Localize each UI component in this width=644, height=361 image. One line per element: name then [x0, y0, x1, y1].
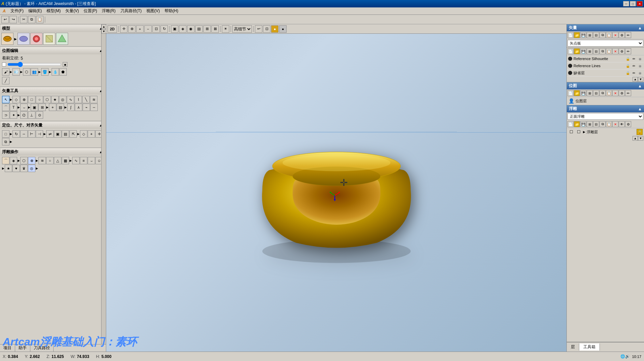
- menu-help[interactable]: 帮助(H): [163, 7, 180, 15]
- pos-rect-tool[interactable]: □: [2, 130, 9, 138]
- rel-new-btn[interactable]: 📄: [567, 121, 574, 127]
- tab-project[interactable]: 项目: [0, 344, 15, 352]
- relief-scroll-down[interactable]: ▼: [638, 136, 643, 141]
- rect-tool[interactable]: □: [28, 96, 35, 103]
- node-tool[interactable]: ◇: [12, 96, 20, 103]
- bm-export-btn[interactable]: ⊟: [593, 90, 599, 96]
- relief-emboss-tool[interactable]: ⬡: [20, 157, 28, 164]
- maximize-button[interactable]: □: [630, 1, 636, 6]
- polygon-select-tool[interactable]: ⬟: [59, 68, 67, 76]
- midpoint-tool[interactable]: ⌬: [20, 111, 28, 119]
- poly-tool[interactable]: ⬡: [43, 96, 51, 103]
- clone-tool[interactable]: 👥: [31, 68, 38, 76]
- pos-scale-tool[interactable]: ⇱: [69, 130, 77, 138]
- rel-checkbox-r[interactable]: ☐: [576, 129, 582, 135]
- rel-export-btn[interactable]: ⊟: [593, 121, 599, 127]
- vp-silver-btn[interactable]: ●: [279, 25, 287, 33]
- silhouette-edit-btn[interactable]: ✏: [631, 56, 637, 61]
- bm-save-btn[interactable]: 💾: [580, 90, 586, 96]
- vec-import-btn[interactable]: ⊞: [587, 32, 593, 38]
- pos-group-tool[interactable]: ▣: [54, 130, 61, 138]
- menu-edit[interactable]: 编辑(E): [26, 7, 44, 15]
- boolean-tool[interactable]: ⊞: [38, 104, 46, 111]
- vec-edit-btn[interactable]: ✏: [625, 32, 631, 38]
- bitmap-right-collapse[interactable]: ▲: [638, 84, 642, 88]
- scroll-up-btn[interactable]: ▲: [101, 24, 106, 29]
- eraser-tool[interactable]: ⬡: [23, 68, 30, 76]
- model-icon-3[interactable]: [30, 33, 42, 45]
- paint-brush-tool[interactable]: 🖌: [2, 68, 9, 76]
- vl-import-btn[interactable]: ⊞: [587, 48, 593, 54]
- line-tool[interactable]: ╱: [2, 77, 9, 84]
- offset-tool[interactable]: ⌖: [49, 104, 56, 111]
- bm-import-btn[interactable]: ⊞: [587, 90, 593, 96]
- vp-rotate-btn[interactable]: ↻: [160, 25, 168, 33]
- minimize-button[interactable]: ─: [623, 1, 629, 6]
- vector-scroll-down[interactable]: ▼: [638, 77, 643, 82]
- vector-type-dropdown[interactable]: 矢点板 其他: [567, 40, 643, 47]
- vector-scroll-up[interactable]: ▲: [633, 77, 638, 82]
- vec-save-btn[interactable]: 💾: [580, 32, 586, 38]
- rel-settings-btn[interactable]: ⚙: [625, 121, 631, 127]
- vl-open-btn[interactable]: 📁: [574, 48, 580, 54]
- vp-ortho-btn[interactable]: ⊞: [203, 25, 211, 33]
- paste-button[interactable]: 📋: [36, 16, 43, 23]
- bm-paste-btn[interactable]: 📋: [606, 90, 612, 96]
- vl-export-btn[interactable]: ⊟: [593, 48, 599, 54]
- undo-button[interactable]: ↩: [1, 16, 9, 23]
- menu-view[interactable]: 视图(V): [144, 7, 162, 15]
- tab-assistant[interactable]: 助手: [15, 344, 30, 352]
- pos-ungroup-tool[interactable]: ▤: [62, 130, 69, 138]
- silhouette-lock-btn[interactable]: 🔒: [625, 56, 631, 61]
- vector-right-collapse[interactable]: ▲: [638, 26, 642, 30]
- vp-render-btn[interactable]: ◉: [187, 25, 195, 33]
- scroll-down-btn[interactable]: ▼: [101, 29, 106, 34]
- menu-file[interactable]: 文件(F): [8, 7, 26, 15]
- vp-front-btn[interactable]: ⊡: [263, 25, 270, 33]
- relief-merge-tool[interactable]: ⊕: [28, 157, 35, 164]
- rel-paste-btn[interactable]: 📋: [606, 121, 612, 127]
- relief-ring-tool[interactable]: ◎: [28, 165, 35, 172]
- model-icon-4[interactable]: [43, 33, 55, 45]
- arc-tool[interactable]: ⌒: [2, 104, 9, 111]
- lines-color-btn[interactable]: ◉: [637, 63, 643, 68]
- pos-node2-tool[interactable]: ◇: [80, 130, 87, 138]
- relief-cone-tool[interactable]: △: [54, 157, 61, 164]
- relief-crown-tool[interactable]: ♛: [20, 165, 28, 172]
- point-tool[interactable]: ✦: [10, 111, 17, 119]
- vec-paste-btn[interactable]: 📋: [606, 32, 612, 38]
- menu-model[interactable]: 模型(M): [45, 7, 63, 15]
- relief-subtract-tool[interactable]: ◈: [10, 157, 17, 164]
- relief-right-collapse[interactable]: ▲: [638, 107, 642, 111]
- model-icon-5[interactable]: [56, 33, 68, 45]
- select-tool[interactable]: ↖: [2, 96, 9, 103]
- vp-shade-btn[interactable]: ◈: [179, 25, 186, 33]
- vp-gold-btn[interactable]: ●: [271, 25, 279, 33]
- vl-settings-btn[interactable]: ⚙: [619, 48, 625, 54]
- vp-zoom-btn[interactable]: ⊕: [128, 25, 136, 33]
- vl-copy-btn[interactable]: ⧉: [599, 48, 606, 54]
- tab-layers[interactable]: 层: [567, 343, 579, 351]
- menu-relief[interactable]: 浮雕(R): [100, 7, 118, 15]
- pattern-tool[interactable]: ▤: [57, 104, 64, 111]
- smooth-tool[interactable]: ∫: [67, 104, 75, 111]
- default-lock-btn[interactable]: 🔒: [625, 70, 631, 76]
- lines-edit-btn[interactable]: ✏: [631, 63, 637, 68]
- bm-edit-btn[interactable]: ✏: [625, 90, 631, 96]
- relief-shell-tool[interactable]: ⌣: [88, 157, 95, 164]
- vp-move-btn[interactable]: ✛: [120, 25, 127, 33]
- expand-triangle[interactable]: ▶: [583, 130, 585, 134]
- vp-persp-btn[interactable]: ⊠: [211, 25, 219, 33]
- vp-wireframe-btn[interactable]: ▣: [171, 25, 178, 33]
- sharp-tool[interactable]: ∧: [75, 104, 82, 111]
- vp-zoom-out-btn[interactable]: −: [144, 25, 152, 33]
- relief-sphere-tool[interactable]: ○: [46, 157, 54, 164]
- close-button[interactable]: ✕: [637, 1, 643, 6]
- relief-view-dropdown[interactable]: 正面浮雕 背面浮雕: [567, 113, 643, 120]
- model-icon-2[interactable]: [18, 33, 30, 45]
- dropper-tool[interactable]: 💧: [52, 68, 59, 76]
- vp-texture-btn[interactable]: ▤: [195, 25, 203, 33]
- menu-position[interactable]: 位置(P): [82, 7, 99, 15]
- pos-dimension-tool[interactable]: ↔: [20, 130, 28, 138]
- cut-button[interactable]: ✂: [20, 16, 27, 23]
